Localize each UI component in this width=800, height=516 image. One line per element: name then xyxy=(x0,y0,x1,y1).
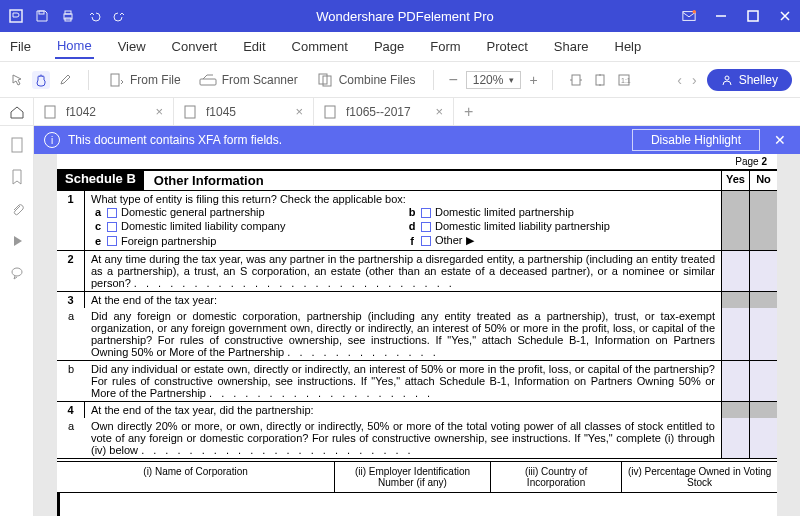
checkbox-1f[interactable] xyxy=(421,236,431,246)
q3b-yes[interactable] xyxy=(721,361,749,401)
close-icon[interactable] xyxy=(778,10,792,22)
home-tab-icon[interactable] xyxy=(0,98,34,125)
minimize-icon[interactable] xyxy=(714,10,728,22)
doc-icon xyxy=(184,105,198,119)
comment-icon[interactable] xyxy=(8,264,26,282)
fit-width-icon[interactable] xyxy=(567,71,585,89)
schedule-title: Other Information xyxy=(144,169,721,191)
corp-table-header: (i) Name of Corporation (ii) Employer Id… xyxy=(57,461,777,492)
svg-rect-0 xyxy=(10,10,22,22)
tabbar: f1042× f1045× f1065--2017× + xyxy=(0,98,800,126)
tab-f1065[interactable]: f1065--2017× xyxy=(314,98,454,125)
checkbox-1e[interactable] xyxy=(107,236,117,246)
menu-form[interactable]: Form xyxy=(428,35,462,58)
menu-view[interactable]: View xyxy=(116,35,148,58)
chevron-down-icon: ▾ xyxy=(509,75,514,85)
play-icon[interactable] xyxy=(8,232,26,250)
svg-rect-9 xyxy=(111,74,119,86)
thumbnails-icon[interactable] xyxy=(8,136,26,154)
maximize-icon[interactable] xyxy=(746,10,760,22)
svg-rect-14 xyxy=(596,75,604,85)
combine-icon xyxy=(316,71,334,89)
bookmark-icon[interactable] xyxy=(8,168,26,186)
toolbar: From File From Scanner Combine Files − 1… xyxy=(0,62,800,98)
q4a-no[interactable] xyxy=(749,418,777,458)
save-icon[interactable] xyxy=(34,8,50,24)
infobar-message: This document contains XFA form fields. xyxy=(68,133,632,147)
user-button[interactable]: Shelley xyxy=(707,69,792,91)
checkbox-1a[interactable] xyxy=(107,208,117,218)
q2-no[interactable] xyxy=(749,251,777,291)
edit-icon[interactable] xyxy=(56,71,74,89)
svg-rect-1 xyxy=(39,11,44,14)
schedule-b-label: Schedule B xyxy=(57,169,144,191)
new-tab-button[interactable]: + xyxy=(454,103,483,121)
svg-rect-21 xyxy=(12,138,22,152)
xfa-infobar: i This document contains XFA form fields… xyxy=(34,126,800,154)
tab-close-icon[interactable]: × xyxy=(435,104,443,119)
fit-page-icon[interactable] xyxy=(591,71,609,89)
corp-table-row[interactable] xyxy=(57,492,777,516)
print-icon[interactable] xyxy=(60,8,76,24)
svg-rect-20 xyxy=(325,106,335,118)
svg-rect-18 xyxy=(45,106,55,118)
menu-home[interactable]: Home xyxy=(55,34,94,59)
attachment-icon[interactable] xyxy=(8,200,26,218)
tab-f1042[interactable]: f1042× xyxy=(34,98,174,125)
next-icon[interactable]: › xyxy=(692,72,697,88)
zoom-select[interactable]: 120%▾ xyxy=(466,71,522,89)
undo-icon[interactable] xyxy=(86,8,102,24)
menu-protect[interactable]: Protect xyxy=(485,35,530,58)
svg-point-17 xyxy=(725,76,729,80)
scanner-icon xyxy=(199,71,217,89)
menu-edit[interactable]: Edit xyxy=(241,35,267,58)
q2-yes[interactable] xyxy=(721,251,749,291)
svg-rect-3 xyxy=(65,11,71,14)
menu-file[interactable]: File xyxy=(8,35,33,58)
file-arrow-icon xyxy=(107,71,125,89)
checkbox-1b[interactable] xyxy=(421,208,431,218)
svg-rect-13 xyxy=(572,75,580,85)
document-viewport[interactable]: Page 2 Schedule B Other Information YesN… xyxy=(34,154,800,516)
menu-comment[interactable]: Comment xyxy=(290,35,350,58)
zoom-out-button[interactable]: − xyxy=(448,71,457,89)
menu-share[interactable]: Share xyxy=(552,35,591,58)
menu-help[interactable]: Help xyxy=(613,35,644,58)
infobar-close-icon[interactable]: ✕ xyxy=(770,132,790,148)
checkbox-1c[interactable] xyxy=(107,222,117,232)
checkbox-1d[interactable] xyxy=(421,222,431,232)
q4a-yes[interactable] xyxy=(721,418,749,458)
user-icon xyxy=(721,74,733,86)
mail-icon[interactable] xyxy=(682,9,696,23)
q3a-yes[interactable] xyxy=(721,308,749,360)
svg-text:1:1: 1:1 xyxy=(621,77,631,84)
tab-close-icon[interactable]: × xyxy=(155,104,163,119)
svg-rect-8 xyxy=(748,11,758,21)
tab-close-icon[interactable]: × xyxy=(295,104,303,119)
disable-highlight-button[interactable]: Disable Highlight xyxy=(632,129,760,151)
menubar: File Home View Convert Edit Comment Page… xyxy=(0,32,800,62)
svg-rect-19 xyxy=(185,106,195,118)
hand-icon[interactable] xyxy=(32,71,50,89)
q3a-no[interactable] xyxy=(749,308,777,360)
app-logo-icon xyxy=(8,8,24,24)
pointer-icon[interactable] xyxy=(8,71,26,89)
menu-page[interactable]: Page xyxy=(372,35,406,58)
q3-text: At the end of the tax year: xyxy=(85,292,721,308)
actual-size-icon[interactable]: 1:1 xyxy=(615,71,633,89)
from-file-button[interactable]: From File xyxy=(103,68,185,92)
combine-files-button[interactable]: Combine Files xyxy=(312,68,420,92)
zoom-in-button[interactable]: + xyxy=(529,72,537,88)
menu-convert[interactable]: Convert xyxy=(170,35,220,58)
doc-icon xyxy=(324,105,338,119)
svg-point-6 xyxy=(693,10,697,14)
q1-text: What type of entity is filing this retur… xyxy=(91,193,715,205)
redo-icon[interactable] xyxy=(112,8,128,24)
tab-f1045[interactable]: f1045× xyxy=(174,98,314,125)
doc-icon xyxy=(44,105,58,119)
prev-icon[interactable]: ‹ xyxy=(677,72,682,88)
q3b-no[interactable] xyxy=(749,361,777,401)
info-icon: i xyxy=(44,132,60,148)
q4-text: At the end of the tax year, did the part… xyxy=(85,402,721,418)
from-scanner-button[interactable]: From Scanner xyxy=(195,68,302,92)
